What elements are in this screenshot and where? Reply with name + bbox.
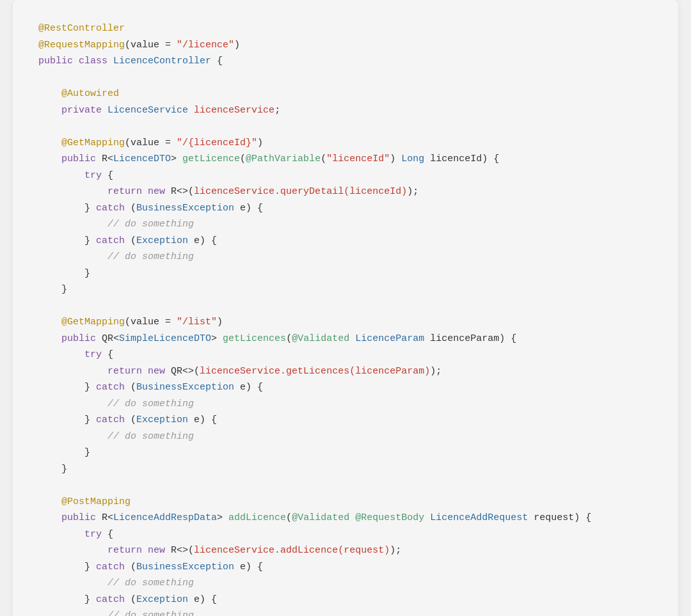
- keyword-public-1: public: [38, 56, 73, 67]
- code-container: @RestController @RequestMapping(value = …: [13, 0, 678, 616]
- annotation-requestmapping: @RequestMapping: [38, 40, 125, 51]
- annotation-restcontroller: @RestController: [38, 23, 125, 34]
- code-block: @RestController @RequestMapping(value = …: [38, 20, 653, 616]
